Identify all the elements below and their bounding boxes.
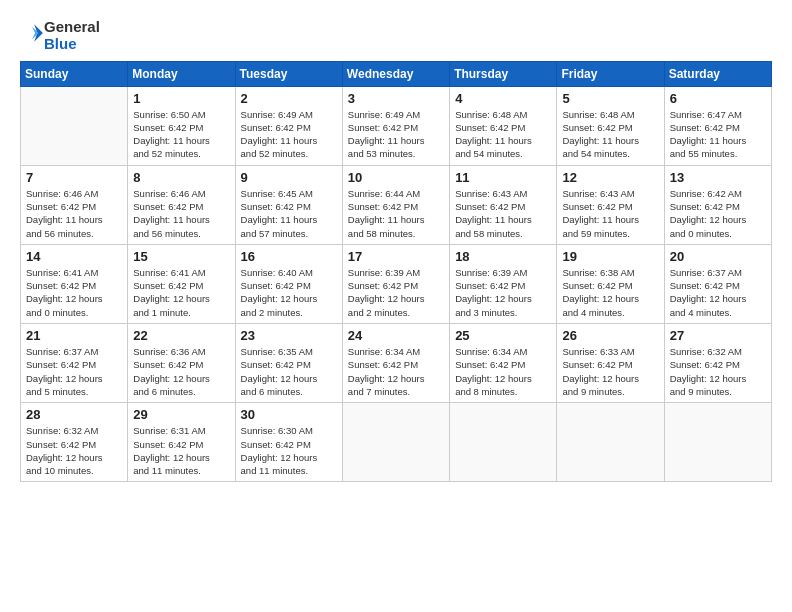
calendar-week-1: 1Sunrise: 6:50 AM Sunset: 6:42 PM Daylig… <box>21 86 772 165</box>
calendar-cell: 14Sunrise: 6:41 AM Sunset: 6:42 PM Dayli… <box>21 244 128 323</box>
page: General Blue SundayMondayTuesdayWednesda… <box>0 0 792 612</box>
day-number: 10 <box>348 170 444 185</box>
calendar-cell: 21Sunrise: 6:37 AM Sunset: 6:42 PM Dayli… <box>21 324 128 403</box>
day-info: Sunrise: 6:41 AM Sunset: 6:42 PM Dayligh… <box>26 266 122 319</box>
day-number: 6 <box>670 91 766 106</box>
logo-icon <box>22 22 44 44</box>
day-number: 25 <box>455 328 551 343</box>
calendar-cell: 22Sunrise: 6:36 AM Sunset: 6:42 PM Dayli… <box>128 324 235 403</box>
day-info: Sunrise: 6:33 AM Sunset: 6:42 PM Dayligh… <box>562 345 658 398</box>
day-info: Sunrise: 6:39 AM Sunset: 6:42 PM Dayligh… <box>348 266 444 319</box>
calendar-cell: 2Sunrise: 6:49 AM Sunset: 6:42 PM Daylig… <box>235 86 342 165</box>
calendar-cell: 5Sunrise: 6:48 AM Sunset: 6:42 PM Daylig… <box>557 86 664 165</box>
calendar-week-5: 28Sunrise: 6:32 AM Sunset: 6:42 PM Dayli… <box>21 403 772 482</box>
day-info: Sunrise: 6:43 AM Sunset: 6:42 PM Dayligh… <box>455 187 551 240</box>
day-info: Sunrise: 6:42 AM Sunset: 6:42 PM Dayligh… <box>670 187 766 240</box>
day-number: 29 <box>133 407 229 422</box>
calendar-cell: 17Sunrise: 6:39 AM Sunset: 6:42 PM Dayli… <box>342 244 449 323</box>
calendar-cell: 19Sunrise: 6:38 AM Sunset: 6:42 PM Dayli… <box>557 244 664 323</box>
calendar-cell: 18Sunrise: 6:39 AM Sunset: 6:42 PM Dayli… <box>450 244 557 323</box>
day-number: 17 <box>348 249 444 264</box>
logo-line2: Blue <box>44 35 100 52</box>
day-info: Sunrise: 6:43 AM Sunset: 6:42 PM Dayligh… <box>562 187 658 240</box>
day-number: 15 <box>133 249 229 264</box>
calendar-cell: 3Sunrise: 6:49 AM Sunset: 6:42 PM Daylig… <box>342 86 449 165</box>
day-info: Sunrise: 6:34 AM Sunset: 6:42 PM Dayligh… <box>455 345 551 398</box>
calendar-cell: 15Sunrise: 6:41 AM Sunset: 6:42 PM Dayli… <box>128 244 235 323</box>
day-number: 12 <box>562 170 658 185</box>
day-info: Sunrise: 6:38 AM Sunset: 6:42 PM Dayligh… <box>562 266 658 319</box>
calendar-cell: 25Sunrise: 6:34 AM Sunset: 6:42 PM Dayli… <box>450 324 557 403</box>
calendar-cell: 1Sunrise: 6:50 AM Sunset: 6:42 PM Daylig… <box>128 86 235 165</box>
day-number: 26 <box>562 328 658 343</box>
calendar-cell: 4Sunrise: 6:48 AM Sunset: 6:42 PM Daylig… <box>450 86 557 165</box>
day-number: 24 <box>348 328 444 343</box>
calendar-cell: 27Sunrise: 6:32 AM Sunset: 6:42 PM Dayli… <box>664 324 771 403</box>
day-info: Sunrise: 6:48 AM Sunset: 6:42 PM Dayligh… <box>455 108 551 161</box>
day-info: Sunrise: 6:46 AM Sunset: 6:42 PM Dayligh… <box>133 187 229 240</box>
calendar-header-tuesday: Tuesday <box>235 61 342 86</box>
calendar-cell: 23Sunrise: 6:35 AM Sunset: 6:42 PM Dayli… <box>235 324 342 403</box>
day-info: Sunrise: 6:41 AM Sunset: 6:42 PM Dayligh… <box>133 266 229 319</box>
calendar-cell: 30Sunrise: 6:30 AM Sunset: 6:42 PM Dayli… <box>235 403 342 482</box>
day-info: Sunrise: 6:31 AM Sunset: 6:42 PM Dayligh… <box>133 424 229 477</box>
day-info: Sunrise: 6:46 AM Sunset: 6:42 PM Dayligh… <box>26 187 122 240</box>
calendar-cell: 16Sunrise: 6:40 AM Sunset: 6:42 PM Dayli… <box>235 244 342 323</box>
calendar-table: SundayMondayTuesdayWednesdayThursdayFrid… <box>20 61 772 483</box>
day-info: Sunrise: 6:35 AM Sunset: 6:42 PM Dayligh… <box>241 345 337 398</box>
calendar-cell <box>557 403 664 482</box>
day-info: Sunrise: 6:30 AM Sunset: 6:42 PM Dayligh… <box>241 424 337 477</box>
calendar-header-monday: Monday <box>128 61 235 86</box>
day-info: Sunrise: 6:32 AM Sunset: 6:42 PM Dayligh… <box>26 424 122 477</box>
calendar-cell: 13Sunrise: 6:42 AM Sunset: 6:42 PM Dayli… <box>664 165 771 244</box>
day-number: 11 <box>455 170 551 185</box>
calendar-cell: 11Sunrise: 6:43 AM Sunset: 6:42 PM Dayli… <box>450 165 557 244</box>
calendar-week-4: 21Sunrise: 6:37 AM Sunset: 6:42 PM Dayli… <box>21 324 772 403</box>
day-number: 14 <box>26 249 122 264</box>
day-info: Sunrise: 6:50 AM Sunset: 6:42 PM Dayligh… <box>133 108 229 161</box>
logo: General Blue <box>20 18 100 53</box>
day-info: Sunrise: 6:45 AM Sunset: 6:42 PM Dayligh… <box>241 187 337 240</box>
day-number: 21 <box>26 328 122 343</box>
calendar-cell <box>342 403 449 482</box>
calendar-header-row: SundayMondayTuesdayWednesdayThursdayFrid… <box>21 61 772 86</box>
day-info: Sunrise: 6:49 AM Sunset: 6:42 PM Dayligh… <box>241 108 337 161</box>
calendar-cell <box>450 403 557 482</box>
day-info: Sunrise: 6:40 AM Sunset: 6:42 PM Dayligh… <box>241 266 337 319</box>
day-number: 1 <box>133 91 229 106</box>
calendar-cell: 7Sunrise: 6:46 AM Sunset: 6:42 PM Daylig… <box>21 165 128 244</box>
day-number: 4 <box>455 91 551 106</box>
day-number: 8 <box>133 170 229 185</box>
calendar-cell <box>664 403 771 482</box>
day-number: 18 <box>455 249 551 264</box>
calendar-cell: 12Sunrise: 6:43 AM Sunset: 6:42 PM Dayli… <box>557 165 664 244</box>
day-info: Sunrise: 6:36 AM Sunset: 6:42 PM Dayligh… <box>133 345 229 398</box>
day-number: 28 <box>26 407 122 422</box>
day-number: 16 <box>241 249 337 264</box>
calendar-header-wednesday: Wednesday <box>342 61 449 86</box>
calendar-cell: 29Sunrise: 6:31 AM Sunset: 6:42 PM Dayli… <box>128 403 235 482</box>
day-info: Sunrise: 6:37 AM Sunset: 6:42 PM Dayligh… <box>670 266 766 319</box>
day-info: Sunrise: 6:34 AM Sunset: 6:42 PM Dayligh… <box>348 345 444 398</box>
calendar-header-friday: Friday <box>557 61 664 86</box>
day-number: 20 <box>670 249 766 264</box>
calendar-cell: 8Sunrise: 6:46 AM Sunset: 6:42 PM Daylig… <box>128 165 235 244</box>
calendar-cell: 20Sunrise: 6:37 AM Sunset: 6:42 PM Dayli… <box>664 244 771 323</box>
day-info: Sunrise: 6:32 AM Sunset: 6:42 PM Dayligh… <box>670 345 766 398</box>
calendar-header-saturday: Saturday <box>664 61 771 86</box>
calendar-cell: 24Sunrise: 6:34 AM Sunset: 6:42 PM Dayli… <box>342 324 449 403</box>
calendar-header-sunday: Sunday <box>21 61 128 86</box>
header: General Blue <box>20 18 772 53</box>
day-number: 13 <box>670 170 766 185</box>
day-number: 22 <box>133 328 229 343</box>
logo-line1: General <box>44 18 100 35</box>
calendar-cell: 6Sunrise: 6:47 AM Sunset: 6:42 PM Daylig… <box>664 86 771 165</box>
day-number: 7 <box>26 170 122 185</box>
day-info: Sunrise: 6:44 AM Sunset: 6:42 PM Dayligh… <box>348 187 444 240</box>
calendar-cell: 28Sunrise: 6:32 AM Sunset: 6:42 PM Dayli… <box>21 403 128 482</box>
calendar-cell: 10Sunrise: 6:44 AM Sunset: 6:42 PM Dayli… <box>342 165 449 244</box>
day-number: 19 <box>562 249 658 264</box>
day-info: Sunrise: 6:37 AM Sunset: 6:42 PM Dayligh… <box>26 345 122 398</box>
calendar-cell <box>21 86 128 165</box>
day-info: Sunrise: 6:48 AM Sunset: 6:42 PM Dayligh… <box>562 108 658 161</box>
